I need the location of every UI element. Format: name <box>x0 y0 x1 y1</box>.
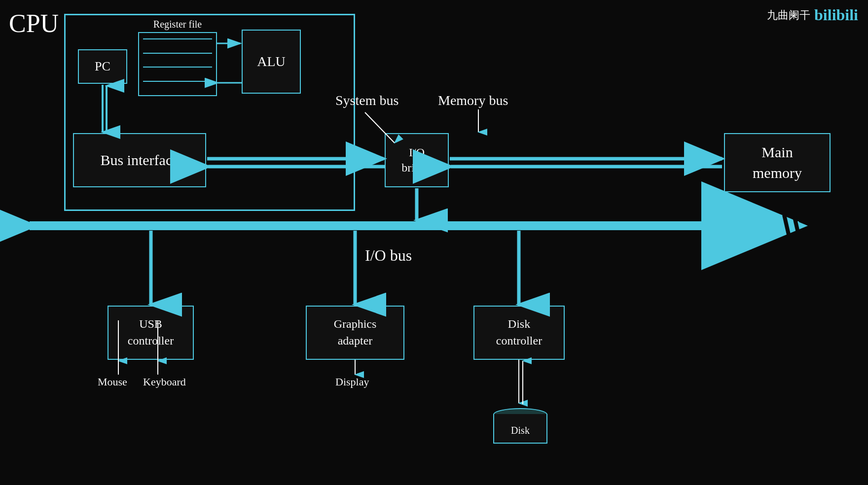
usb-controller-box: USBcontroller <box>108 306 194 360</box>
disk-controller-label: Diskcontroller <box>496 316 542 349</box>
watermark: 九曲阑干 bilibili <box>767 6 858 24</box>
memory-bus-label: Memory bus <box>438 93 508 108</box>
svg-line-17 <box>794 215 799 237</box>
graphics-adapter-box: Graphicsadapter <box>306 306 404 360</box>
pc-box: PC <box>78 49 127 84</box>
keyboard-label: Keyboard <box>143 376 186 388</box>
register-line-2 <box>143 53 212 62</box>
mouse-label: Mouse <box>98 376 127 388</box>
register-file-container: Register file <box>138 19 217 96</box>
io-bus-label: I/O bus <box>365 246 412 265</box>
alu-label: ALU <box>257 54 286 69</box>
bus-interface-box: Bus interface <box>73 133 206 187</box>
io-bridge-label: I/Obridge <box>401 145 432 175</box>
register-line-1 <box>143 38 212 47</box>
register-line-3 <box>143 67 212 75</box>
disk-cylinder: Disk <box>493 404 547 449</box>
alu-box: ALU <box>242 30 301 94</box>
disk-label: Disk <box>493 425 547 436</box>
cpu-label: CPU <box>9 9 59 38</box>
svg-line-16 <box>784 215 789 237</box>
usb-controller-label: USBcontroller <box>128 316 174 349</box>
io-bridge-box: I/Obridge <box>385 133 449 187</box>
bus-interface-label: Bus interface <box>100 152 179 169</box>
register-file-label: Register file <box>138 19 217 30</box>
disk-controller-box: Diskcontroller <box>473 306 565 360</box>
system-bus-label: System bus <box>335 93 398 108</box>
pc-label: PC <box>95 59 110 74</box>
watermark-cn-text: 九曲阑干 <box>767 8 810 23</box>
main-memory-label: Mainmemory <box>753 142 802 183</box>
display-label: Display <box>335 376 369 388</box>
main-memory-box: Mainmemory <box>724 133 831 192</box>
diagram: CPU Register file ALU PC Bus interface I… <box>0 0 868 485</box>
register-line-4 <box>143 81 212 90</box>
register-file-box <box>138 32 217 96</box>
graphics-adapter-label: Graphicsadapter <box>334 316 377 349</box>
watermark-bili-text: bilibili <box>814 6 858 24</box>
